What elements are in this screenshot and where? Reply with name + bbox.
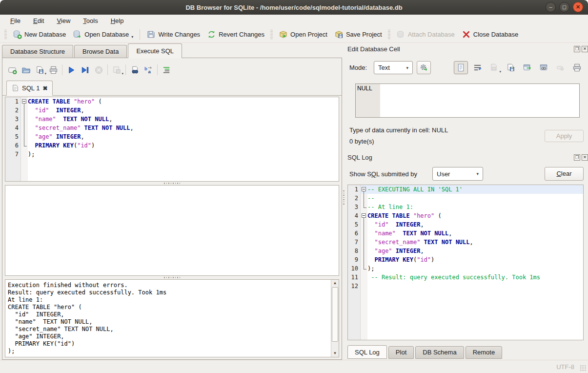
dock-close-icon[interactable]: ✕ bbox=[582, 46, 588, 52]
sql-file-tab[interactable]: SQL 1 ✖ bbox=[6, 81, 53, 96]
tab-execute-sql[interactable]: Execute SQL bbox=[128, 43, 182, 58]
toolbar-drag-handle[interactable] bbox=[4, 30, 7, 40]
new-database-button[interactable]: New Database bbox=[9, 28, 69, 41]
sql-file-tabbar: SQL 1 ✖ bbox=[2, 81, 342, 96]
editor-results-splitter[interactable] bbox=[2, 182, 342, 185]
dock-float-icon[interactable]: ❐ bbox=[574, 154, 580, 161]
code-line: 3 "name" TEXT NOT NULL, bbox=[5, 115, 339, 124]
word-wrap-button[interactable] bbox=[470, 61, 485, 74]
window-title: DB Browser for SQLite - /home/user/code/… bbox=[185, 4, 402, 11]
scroll-down-icon[interactable]: ▼ bbox=[331, 350, 339, 357]
revert-changes-button[interactable]: Revert Changes bbox=[203, 28, 268, 41]
mode-label: Mode: bbox=[349, 64, 367, 71]
sql-toolbar: ▾ ▾ ba bbox=[5, 61, 173, 79]
export-button[interactable] bbox=[520, 61, 534, 74]
link-button[interactable] bbox=[537, 61, 551, 74]
menu-help[interactable]: Help bbox=[104, 16, 130, 25]
dock-tab-plot[interactable]: Plot bbox=[388, 346, 414, 359]
code-line: 6 PRIMARY KEY("id") bbox=[5, 141, 339, 150]
toolbar-separator bbox=[140, 29, 140, 40]
sql-document-icon bbox=[12, 84, 19, 92]
open-project-label: Open Project bbox=[290, 31, 327, 38]
document-icon bbox=[456, 63, 466, 72]
fold-marker-icon[interactable] bbox=[21, 97, 28, 106]
print-cell-button[interactable] bbox=[570, 61, 584, 74]
menu-view[interactable]: View bbox=[50, 16, 77, 25]
execute-current-line-button[interactable] bbox=[78, 63, 92, 76]
menu-edit[interactable]: Edit bbox=[27, 16, 50, 25]
vertical-splitter[interactable] bbox=[343, 190, 345, 206]
save-results-icon bbox=[112, 65, 122, 75]
find-button[interactable] bbox=[128, 63, 142, 76]
dock-float-icon[interactable]: ❐ bbox=[574, 46, 580, 52]
clear-log-button[interactable]: Clear bbox=[545, 167, 584, 181]
mode-select[interactable]: Text ▾ bbox=[374, 61, 413, 74]
code-line: 1-- EXECUTING ALL IN 'SQL 1' bbox=[348, 185, 583, 194]
sql-log-filter-value: User bbox=[437, 170, 450, 178]
fold-marker-icon[interactable] bbox=[361, 185, 367, 194]
set-null-icon bbox=[556, 63, 565, 72]
sql-log-filter-select[interactable]: User ▾ bbox=[432, 167, 483, 181]
dock-tab-sql-log[interactable]: SQL Log bbox=[347, 345, 387, 359]
auto-format-button[interactable] bbox=[160, 63, 173, 76]
dock-close-icon[interactable]: ✕ bbox=[582, 154, 588, 161]
close-button[interactable]: ✕ bbox=[573, 2, 583, 12]
save-sql-file-icon bbox=[35, 65, 44, 75]
cell-value-editor[interactable]: NULL bbox=[355, 83, 580, 118]
open-database-dropdown-caret[interactable]: ▾ bbox=[131, 35, 133, 39]
titlebar[interactable]: DB Browser for SQLite - /home/user/code/… bbox=[0, 0, 588, 15]
save-sql-file-button[interactable]: ▾ bbox=[33, 63, 46, 76]
print-sql-button[interactable] bbox=[46, 63, 60, 76]
execution-result-pane[interactable]: Execution finished without errors. Resul… bbox=[5, 279, 339, 357]
sql-log-editor[interactable]: 1-- EXECUTING ALL IN 'SQL 1'2--3-- At li… bbox=[347, 185, 584, 340]
execute-all-icon bbox=[67, 65, 76, 75]
tab-browse-data[interactable]: Browse Data bbox=[74, 45, 127, 58]
set-null-button bbox=[553, 61, 568, 74]
close-database-button[interactable]: Close Database bbox=[458, 28, 522, 41]
open-sql-file-button[interactable] bbox=[19, 63, 33, 76]
code-line: 2 "id" INTEGER, bbox=[5, 106, 339, 115]
write-changes-button[interactable]: Write Changes bbox=[143, 28, 203, 41]
execute-all-button[interactable] bbox=[64, 63, 78, 76]
sql-tab-close-icon[interactable]: ✖ bbox=[42, 85, 47, 92]
text-document-mode-button[interactable] bbox=[454, 61, 468, 74]
maximize-button[interactable]: ◻ bbox=[559, 2, 569, 12]
dock-tab-db-schema[interactable]: DB Schema bbox=[415, 346, 464, 359]
sql-code-editor[interactable]: 1CREATE TABLE "hero" (2 "id" INTEGER,3 "… bbox=[5, 97, 339, 182]
open-database-button[interactable]: Open Database ▾ bbox=[69, 28, 137, 41]
tab-database-structure[interactable]: Database Structure bbox=[2, 45, 73, 58]
fold-margin-cell bbox=[361, 194, 367, 203]
fold-marker-icon[interactable] bbox=[361, 211, 367, 220]
minimize-button[interactable]: – bbox=[546, 2, 556, 12]
fold-margin-cell bbox=[361, 282, 367, 290]
toolbar-drag-handle[interactable] bbox=[388, 30, 390, 40]
sql-tab-label: SQL 1 bbox=[22, 84, 40, 92]
app-window: DB Browser for SQLite - /home/user/code/… bbox=[0, 0, 588, 373]
scrollbar-thumb[interactable] bbox=[332, 287, 338, 342]
result-scrollbar[interactable]: ▲ ▼ bbox=[331, 280, 339, 357]
import-settings-button[interactable] bbox=[417, 61, 431, 74]
results-grid-pane[interactable] bbox=[5, 185, 339, 276]
fold-margin-cell bbox=[361, 255, 367, 264]
sql-log-dock-title: SQL Log bbox=[347, 154, 372, 161]
find-replace-button[interactable]: ba bbox=[142, 63, 155, 76]
menu-file[interactable]: File bbox=[4, 16, 27, 25]
cell-value: NULL bbox=[357, 85, 372, 92]
resize-grip[interactable] bbox=[580, 365, 587, 372]
code-line: 4CREATE TABLE "hero" ( bbox=[348, 211, 583, 220]
sql-toolbar-separator bbox=[62, 64, 62, 75]
menu-tools[interactable]: Tools bbox=[77, 16, 104, 25]
stop-icon bbox=[94, 65, 103, 75]
code-line: 1CREATE TABLE "hero" ( bbox=[5, 97, 339, 106]
scroll-up-icon[interactable]: ▲ bbox=[331, 280, 339, 287]
save-as-button[interactable] bbox=[504, 61, 518, 74]
dock-tab-remote[interactable]: Remote bbox=[466, 346, 503, 359]
write-changes-icon bbox=[146, 30, 156, 39]
open-sql-tab-button[interactable] bbox=[5, 63, 19, 76]
stop-execution-button bbox=[92, 63, 105, 76]
save-project-button[interactable]: Save Project bbox=[331, 28, 385, 41]
execute-sql-panel: ▾ ▾ ba SQL 1 ✖ 1CREATE TABLE "hero bbox=[2, 58, 342, 360]
toolbar-drag-handle[interactable] bbox=[270, 30, 273, 40]
grid-log-splitter[interactable] bbox=[2, 276, 342, 279]
open-project-button[interactable]: Open Project bbox=[275, 28, 331, 41]
